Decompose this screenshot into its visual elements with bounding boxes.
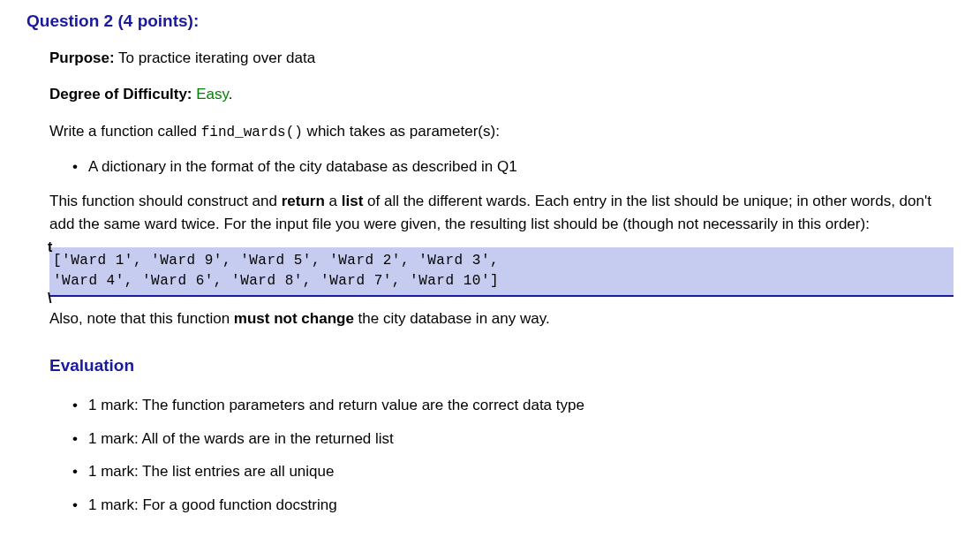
desc-text: a — [325, 193, 342, 209]
code-block-wrapper: t ['Ward 1', 'Ward 9', 'Ward 5', 'Ward 2… — [49, 247, 954, 297]
list-item: 1 mark: The list entries are all unique — [72, 460, 954, 483]
question-title: Question 2 (4 points): — [26, 9, 954, 34]
note-text: the city database in any way. — [354, 310, 550, 327]
difficulty-line: Degree of Difficulty: Easy. — [49, 83, 954, 106]
evaluation-list: 1 mark: The function parameters and retu… — [72, 394, 954, 516]
desc-bold: list — [342, 193, 364, 209]
desc-bold: return — [282, 193, 325, 209]
note-paragraph: Also, note that this function must not c… — [49, 307, 954, 330]
difficulty-period: . — [229, 86, 233, 102]
selection-marker-icon: \ — [48, 292, 51, 306]
difficulty-label: Degree of Difficulty: — [49, 86, 192, 102]
intro-paragraph: Write a function called find_wards() whi… — [49, 120, 954, 143]
params-list: A dictionary in the format of the city d… — [72, 155, 954, 178]
code-output-block: ['Ward 1', 'Ward 9', 'Ward 5', 'Ward 2',… — [49, 247, 954, 297]
intro-suffix: which takes as parameter(s): — [303, 123, 500, 140]
purpose-line: Purpose: To practice iterating over data — [49, 47, 954, 70]
evaluation-heading: Evaluation — [49, 353, 954, 379]
list-item: 1 mark: For a good function docstring — [72, 494, 954, 517]
desc-text: This function should construct and — [49, 193, 282, 209]
purpose-text: To practice iterating over data — [115, 49, 315, 66]
intro-code: find_wards() — [201, 125, 303, 140]
list-item: A dictionary in the format of the city d… — [72, 155, 954, 178]
difficulty-value: Easy — [192, 86, 229, 102]
question-body: Purpose: To practice iterating over data… — [49, 47, 954, 517]
note-bold: must not change — [234, 310, 354, 327]
list-item: 1 mark: The function parameters and retu… — [72, 394, 954, 417]
note-text: Also, note that this function — [49, 310, 234, 327]
purpose-label: Purpose: — [49, 49, 115, 66]
intro-prefix: Write a function called — [49, 123, 201, 140]
list-item: 1 mark: All of the wards are in the retu… — [72, 428, 954, 451]
selection-marker-icon: t — [48, 240, 52, 254]
description-paragraph: This function should construct and retur… — [49, 190, 954, 235]
